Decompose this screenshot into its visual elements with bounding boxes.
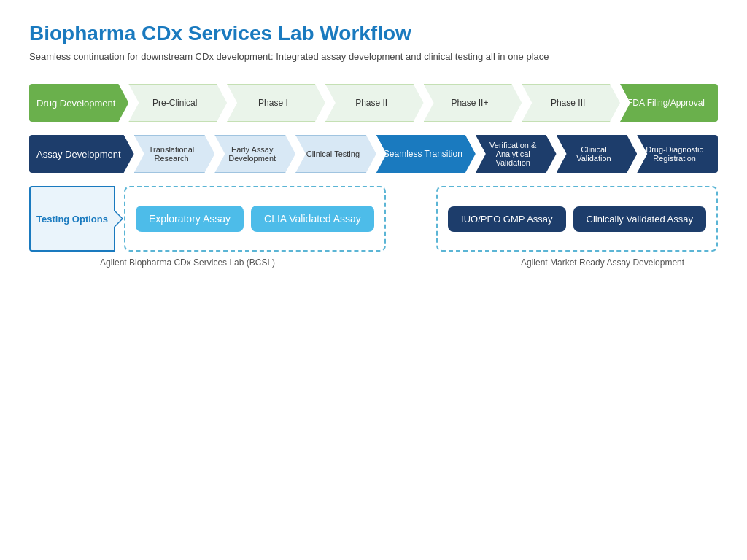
verification-validation: Verification & Analytical Validation: [476, 135, 557, 173]
fda-filing: FDA Filing/Approval: [620, 84, 718, 122]
exploratory-assay-btn[interactable]: Exploratory Assay: [136, 206, 244, 232]
clia-validated-assay-btn[interactable]: CLIA Validated Assay: [251, 206, 374, 232]
clinically-validated-btn[interactable]: Clinically Validated Assay: [573, 206, 706, 232]
phase-2: Phase II: [325, 84, 424, 122]
amrad-box: IUO/PEO GMP Assay Clinically Validated A…: [436, 186, 718, 252]
phase-3: Phase III: [522, 84, 620, 122]
assay-dev-row: Assay Development Translational Research…: [29, 135, 718, 173]
clinical-validation: Clinical Validation: [557, 135, 638, 173]
assay-dev-label: Assay Development: [29, 135, 134, 173]
amrad-caption: Agilent Market Ready Assay Development: [521, 257, 718, 268]
testing-options-label: Testing Options: [29, 186, 115, 252]
phase-1: Phase I: [227, 84, 325, 122]
page-title: Biopharma CDx Services Lab Workflow: [29, 22, 718, 45]
seamless-transition: Seamless Transition: [376, 135, 476, 173]
clinical-testing: Clinical Testing: [295, 135, 376, 173]
translational-research: Translational Research: [134, 135, 215, 173]
phase-pre-clinical: Pre-Clinical: [128, 84, 227, 122]
iuo-peo-gmp-btn[interactable]: IUO/PEO GMP Assay: [448, 206, 565, 232]
phase-2plus: Phase II+: [424, 84, 522, 122]
subtitle: Seamless continuation for downstream CDx…: [29, 51, 718, 62]
testing-options-row: Testing Options Exploratory Assay CLIA V…: [29, 186, 718, 252]
drug-diagnostic-reg: Drug-Diagnostic Registration: [637, 135, 718, 173]
bcsl-caption: Agilent Biopharma CDx Services Lab (BCSL…: [100, 257, 341, 268]
early-assay-dev: Early Assay Development: [214, 135, 295, 173]
drug-dev-row: Drug Development Pre-Clinical Phase I Ph…: [29, 84, 718, 122]
bcsl-box: Exploratory Assay CLIA Validated Assay: [124, 186, 386, 252]
drug-dev-label: Drug Development: [29, 84, 128, 122]
